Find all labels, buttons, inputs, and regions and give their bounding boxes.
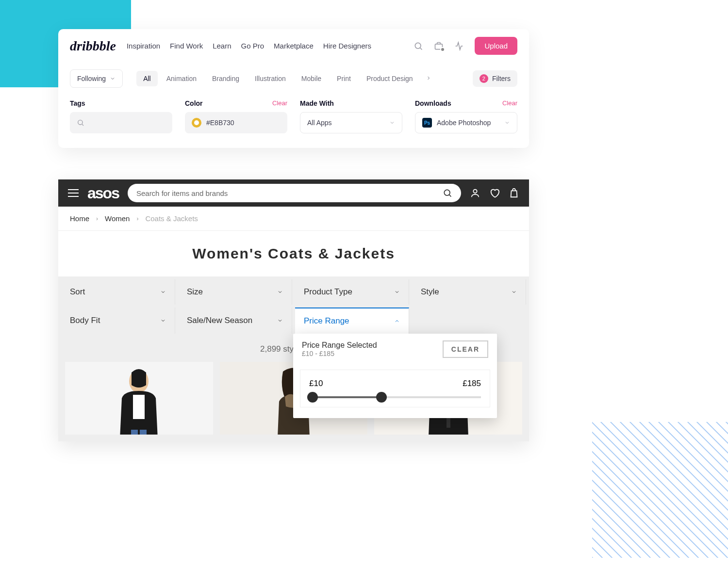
filter-empty [412, 307, 526, 334]
price-clear-button[interactable]: CLEAR [443, 340, 488, 358]
filter-col-madewith: Made With All Apps [300, 99, 402, 133]
tags-input[interactable] [70, 112, 172, 133]
color-clear-link[interactable]: Clear [272, 99, 287, 107]
filters-button[interactable]: 2 Filters [473, 70, 517, 87]
filter-panel: Tags Color Clear #E8B730 Made With All A… [58, 95, 529, 148]
search-icon [77, 119, 84, 127]
slider-track[interactable] [309, 396, 481, 398]
slider-thumb-max[interactable] [376, 392, 387, 403]
category-row: Following All Animation Branding Illustr… [58, 63, 529, 95]
account-icon[interactable] [470, 188, 480, 198]
filter-price-range[interactable]: Price Range [295, 307, 409, 334]
color-label: Color [185, 99, 203, 107]
product-card[interactable] [65, 362, 213, 435]
svg-point-0 [415, 43, 421, 48]
filter-body-fit[interactable]: Body Fit [61, 307, 175, 334]
asos-logo[interactable]: asos [87, 184, 119, 202]
color-input[interactable]: #E8B730 [185, 112, 287, 133]
filter-product-type[interactable]: Product Type [295, 279, 409, 305]
page-title: Women's Coats & Jackets [58, 231, 529, 276]
chevron-down-icon [394, 289, 400, 295]
cat-branding[interactable]: Branding [205, 71, 246, 86]
filter-sale[interactable]: Sale/New Season [178, 307, 292, 334]
chevron-down-icon [277, 318, 283, 323]
downloads-clear-link[interactable]: Clear [502, 99, 517, 107]
activity-icon[interactable] [454, 41, 464, 51]
following-label: Following [77, 75, 106, 82]
crumb-women[interactable]: Women [105, 214, 130, 223]
filters-count-badge: 2 [480, 74, 488, 83]
dribbble-logo[interactable]: dribbble [70, 38, 116, 54]
cat-all[interactable]: All [136, 71, 158, 86]
filter-col-downloads: Downloads Clear Ps Adobe Photoshop [415, 99, 517, 133]
downloads-label: Downloads [415, 99, 451, 107]
upload-button[interactable]: Upload [475, 37, 517, 55]
svg-rect-9 [140, 430, 147, 435]
cat-animation[interactable]: Animation [160, 71, 203, 86]
cat-print[interactable]: Print [330, 71, 358, 86]
notification-dot [440, 47, 445, 52]
slider-fill [309, 396, 381, 398]
photoshop-icon: Ps [422, 118, 432, 128]
chevron-down-icon [504, 120, 510, 126]
tags-label: Tags [70, 99, 85, 107]
cat-illustration[interactable]: Illustration [248, 71, 293, 86]
filter-size[interactable]: Size [178, 279, 292, 305]
price-popover-header: Price Range Selected £10 - £185 CLEAR [293, 334, 497, 365]
crumb-current: Coats & Jackets [145, 214, 198, 223]
dribbble-card: dribbble Inspiration Find Work Learn Go … [58, 29, 529, 148]
nav-hire-designers[interactable]: Hire Designers [323, 42, 371, 50]
asos-filter-grid: Sort Size Product Type Style Body Fit Sa… [58, 276, 529, 337]
nav-inspiration[interactable]: Inspiration [127, 42, 160, 50]
madewith-select[interactable]: All Apps [300, 112, 402, 133]
downloads-select[interactable]: Ps Adobe Photoshop [415, 112, 517, 133]
madewith-label: Made With [300, 99, 334, 107]
svg-rect-7 [133, 395, 145, 419]
chevron-up-icon [394, 318, 400, 324]
svg-point-2 [78, 120, 83, 125]
nav-links: Inspiration Find Work Learn Go Pro Marke… [127, 42, 371, 50]
filters-label: Filters [492, 75, 511, 82]
cat-mobile[interactable]: Mobile [295, 71, 328, 86]
asos-search-input[interactable]: Search for items and brands [128, 184, 461, 202]
search-icon [443, 188, 452, 198]
downloads-value: Adobe Photoshop [437, 119, 491, 127]
madewith-value: All Apps [307, 119, 332, 127]
dribbble-navbar: dribbble Inspiration Find Work Learn Go … [58, 29, 529, 63]
category-tabs: All Animation Branding Illustration Mobi… [136, 71, 435, 86]
chevron-down-icon [110, 76, 116, 81]
nav-go-pro[interactable]: Go Pro [241, 42, 265, 50]
chevron-down-icon [389, 120, 395, 126]
svg-point-3 [444, 190, 450, 195]
cat-product-design[interactable]: Product Design [360, 71, 420, 86]
color-value: #E8B730 [206, 119, 234, 127]
chevron-down-icon [277, 289, 283, 295]
chevron-down-icon [160, 318, 166, 323]
slider-thumb-min[interactable] [307, 392, 318, 403]
bag-icon[interactable] [509, 188, 519, 198]
nav-learn[interactable]: Learn [213, 42, 231, 50]
filter-style[interactable]: Style [412, 279, 526, 305]
filter-sort[interactable]: Sort [61, 279, 175, 305]
nav-marketplace[interactable]: Marketplace [274, 42, 314, 50]
following-dropdown[interactable]: Following [70, 69, 123, 88]
color-swatch [192, 118, 201, 128]
price-slider: £10 £185 [300, 370, 490, 407]
hamburger-icon[interactable] [68, 189, 79, 197]
asos-topbar: asos Search for items and brands [58, 179, 529, 207]
filter-col-color: Color Clear #E8B730 [185, 99, 287, 133]
heart-icon[interactable] [489, 188, 500, 198]
nav-find-work[interactable]: Find Work [170, 42, 203, 50]
price-max-label: £185 [463, 379, 481, 388]
crumb-home[interactable]: Home [70, 214, 89, 223]
search-icon[interactable] [414, 41, 423, 51]
price-selected-label: Price Range Selected [302, 341, 377, 350]
briefcase-icon[interactable] [434, 41, 444, 51]
filter-col-tags: Tags [70, 99, 172, 133]
category-more-icon[interactable] [422, 74, 435, 83]
chevron-down-icon [511, 289, 517, 295]
breadcrumb: Home › Women › Coats & Jackets [58, 207, 529, 231]
product-image [110, 362, 168, 435]
chevron-down-icon [160, 289, 166, 295]
decorative-stripes [592, 422, 728, 558]
